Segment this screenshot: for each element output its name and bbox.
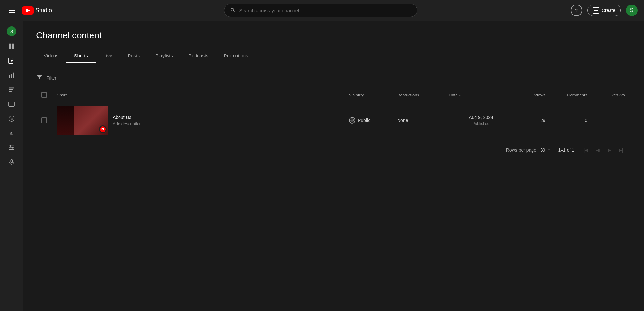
chevron-down-icon [546, 147, 552, 153]
svg-point-27 [10, 149, 11, 150]
tab-posts[interactable]: Posts [120, 50, 148, 63]
short-info: About Us Add description [113, 115, 142, 126]
page-title: Channel content [36, 30, 631, 41]
tab-playlists[interactable]: Playlists [148, 50, 181, 63]
filter-icon [36, 74, 43, 82]
comments-cell: 0 [545, 118, 587, 123]
col-header-comments: Comments [545, 93, 587, 97]
last-page-button[interactable]: ▶| [616, 145, 626, 155]
date-value: Aug 9, 2024 [469, 115, 493, 120]
search-input[interactable] [239, 8, 411, 13]
restrictions-value: None [397, 118, 408, 123]
main-layout: S [0, 21, 644, 311]
subtitles-icon [8, 101, 15, 109]
sidebar-avatar: S [7, 26, 16, 36]
date-status: Published [473, 121, 490, 126]
svg-rect-14 [9, 89, 13, 90]
tab-shorts[interactable]: Shorts [66, 50, 96, 63]
content-table: Short Visibility Restrictions Date ↓ Vie… [36, 88, 631, 139]
sidebar-item-dashboard[interactable] [0, 39, 23, 54]
sidebar-item-customization[interactable] [0, 141, 23, 156]
next-page-button[interactable]: ▶ [604, 145, 614, 155]
main-content: Channel content Videos Shorts Live Posts… [23, 21, 644, 311]
col-header-short: Short [57, 93, 349, 97]
svg-rect-28 [11, 160, 13, 163]
tab-promotions[interactable]: Promotions [216, 50, 256, 63]
short-description[interactable]: Add description [113, 121, 142, 126]
row-checkbox[interactable] [41, 117, 47, 123]
page-nav-buttons: |◀ ◀ ▶ ▶| [581, 145, 626, 155]
select-all-checkbox[interactable] [41, 92, 47, 98]
rows-per-page-label: Rows per page: [506, 147, 538, 153]
search-bar-wrap [76, 4, 565, 17]
svg-point-25 [10, 145, 11, 147]
sidebar-item-audio[interactable] [0, 156, 23, 170]
sort-arrow-icon: ↓ [459, 93, 461, 97]
comments-icon [8, 86, 15, 94]
sidebar-item-analytics[interactable] [0, 68, 23, 83]
studio-label: Studio [35, 7, 52, 14]
side-icon-nav: S [0, 21, 23, 311]
svg-rect-11 [11, 74, 12, 78]
topnav: Studio ? Create S [0, 0, 644, 21]
short-title[interactable]: About Us [113, 115, 142, 120]
analytics-icon [8, 72, 15, 80]
table-header: Short Visibility Restrictions Date ↓ Vie… [36, 88, 631, 102]
thumb-left [57, 106, 74, 135]
svg-rect-18 [10, 105, 13, 105]
short-cell: About Us Add description [57, 106, 349, 135]
col-header-visibility: Visibility [349, 93, 397, 97]
col-header-restrictions: Restrictions [397, 93, 449, 97]
prev-page-button[interactable]: ◀ [592, 145, 603, 155]
svg-rect-17 [10, 104, 14, 104]
search-bar [224, 4, 417, 17]
sidebar-item-monetization[interactable]: $ [0, 126, 23, 141]
col-header-views: Views [513, 93, 545, 97]
help-button[interactable]: ? [571, 5, 582, 16]
svg-rect-10 [9, 75, 10, 78]
svg-text:$: $ [10, 131, 12, 136]
tab-live[interactable]: Live [96, 50, 120, 63]
tab-podcasts[interactable]: Podcasts [181, 50, 216, 63]
user-avatar[interactable]: S [626, 5, 638, 16]
filter-placeholder[interactable]: Filter [46, 75, 56, 81]
search-icon [230, 7, 236, 13]
col-header-likes: Likes (vs. [587, 93, 626, 97]
shorts-logo [100, 126, 106, 132]
menu-button[interactable] [6, 5, 18, 15]
pagination: Rows per page: 30 1–1 of 1 |◀ ◀ ▶ ▶| [36, 139, 631, 161]
col-header-date[interactable]: Date ↓ [449, 93, 513, 97]
rows-per-page-select[interactable]: 30 [540, 147, 552, 153]
svg-rect-7 [12, 46, 14, 49]
topnav-right: ? Create S [571, 5, 638, 16]
sidebar-item-comments[interactable] [0, 83, 23, 97]
globe-icon [349, 117, 355, 124]
sidebar-item-content[interactable] [0, 54, 23, 68]
svg-rect-4 [9, 44, 11, 46]
youtube-logo [22, 6, 34, 15]
svg-rect-13 [9, 88, 14, 89]
row-check-cell [41, 117, 57, 123]
svg-point-26 [12, 147, 13, 148]
views-cell: 29 [513, 118, 545, 123]
thumbnail[interactable] [57, 106, 108, 135]
svg-text:©: © [11, 117, 13, 121]
copyright-icon: © [8, 115, 15, 123]
topnav-left: Studio [6, 5, 71, 15]
shorts-badge-overlay [99, 125, 107, 133]
restrictions-cell: None [397, 118, 449, 123]
logo-area[interactable]: Studio [22, 6, 52, 15]
views-value: 29 [540, 118, 545, 123]
first-page-button[interactable]: |◀ [581, 145, 591, 155]
tab-videos[interactable]: Videos [36, 50, 66, 63]
sidebar-item-copyright[interactable]: © [0, 112, 23, 126]
customization-icon [8, 144, 15, 152]
sidebar-item-avatar[interactable]: S [0, 23, 23, 39]
create-button[interactable]: Create [587, 5, 621, 16]
svg-rect-5 [12, 44, 14, 46]
content-icon [8, 57, 15, 65]
audio-icon [8, 159, 15, 167]
sidebar-item-subtitles[interactable] [0, 97, 23, 112]
visibility-value: Public [358, 118, 370, 123]
table-row: About Us Add description Public [36, 102, 631, 139]
